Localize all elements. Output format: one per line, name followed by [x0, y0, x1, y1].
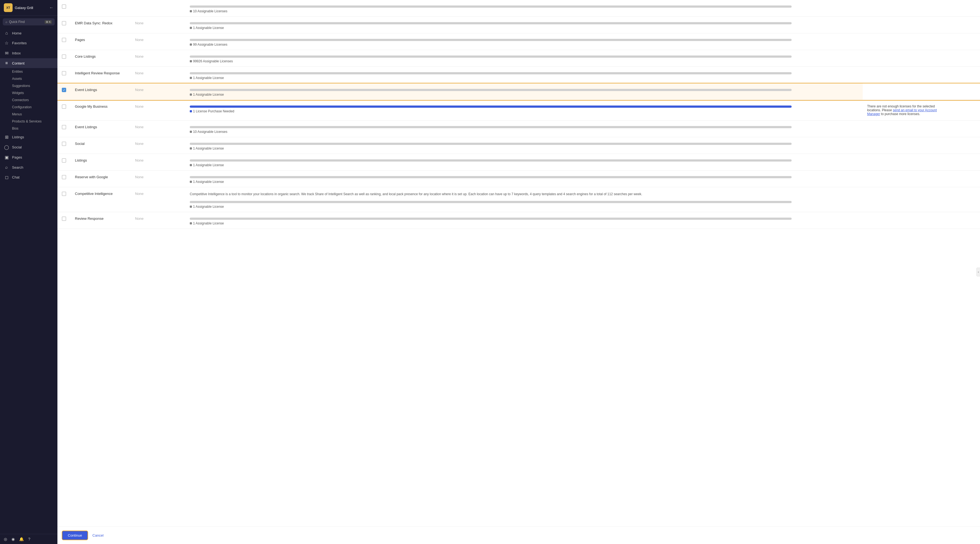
row-checkbox[interactable]: [62, 105, 66, 109]
license-label: 99 Assignable Licenses: [190, 43, 858, 46]
sidebar-sub-bios[interactable]: Bios: [0, 125, 57, 132]
row-checkbox[interactable]: [62, 192, 66, 196]
app-logo: XT: [4, 3, 13, 12]
main-content: 10 Assignable Licenses EMR Data Sync: Re…: [57, 0, 980, 544]
sidebar-sub-configuration[interactable]: Configuration: [0, 103, 57, 111]
continue-button[interactable]: Continue: [62, 531, 88, 540]
row-checkbox[interactable]: [62, 21, 66, 25]
product-name: Google My Business: [70, 100, 131, 121]
product-name: Competitive Intelligence: [70, 187, 131, 212]
table-row: Intelligent Review Response None 1 Assig…: [57, 67, 980, 83]
sidebar-sub-widgets[interactable]: Widgets: [0, 89, 57, 97]
row-checkbox[interactable]: [62, 142, 66, 146]
sidebar-item-label: Social: [12, 145, 22, 149]
product-name: Event Listings: [70, 121, 131, 137]
license-bar: [190, 5, 792, 8]
license-label: 1 Assignable License: [190, 93, 858, 97]
row-checkbox[interactable]: [62, 216, 66, 221]
search-nav-icon: ⌕: [4, 165, 9, 170]
sidebar-sub-entities[interactable]: Entities: [0, 68, 57, 75]
table-row: Event Listings None 10 Assignable Licens…: [57, 121, 980, 137]
license-bar: [190, 218, 792, 220]
favorites-icon: ☆: [4, 40, 9, 46]
product-license: 1 Assignable License: [185, 137, 863, 154]
product-plan: None: [131, 170, 185, 187]
product-name: Listings: [70, 154, 131, 170]
cancel-button[interactable]: Cancel: [92, 533, 103, 538]
row-checkbox[interactable]: [62, 175, 66, 179]
license-label: 1 Assignable License: [190, 76, 858, 80]
row-checkbox[interactable]: [62, 54, 66, 59]
license-dot: [190, 222, 192, 224]
back-button[interactable]: ←: [49, 5, 54, 10]
sidebar-item-social[interactable]: ◯ Social: [0, 142, 57, 152]
license-dot: [190, 205, 192, 208]
sidebar-item-label: Search: [12, 165, 23, 170]
product-license: 1 License Purchase Needed: [185, 100, 863, 121]
help-icon[interactable]: ?: [28, 537, 30, 541]
user-icon[interactable]: ◎: [4, 537, 7, 541]
row-checkbox[interactable]: [62, 125, 66, 129]
sidebar-item-favorites[interactable]: ☆ Favorites: [0, 38, 57, 48]
product-license: 1 Assignable License: [185, 17, 863, 33]
sidebar-item-home[interactable]: ⌂ Home: [0, 28, 57, 38]
row-checkbox[interactable]: [62, 38, 66, 42]
product-name: Social: [70, 137, 131, 154]
sidebar-item-listings[interactable]: ⊞ Listings: [0, 132, 57, 142]
license-bar: [190, 56, 792, 58]
sidebar-item-chat[interactable]: ◻ Chat: [0, 172, 57, 182]
license-dot: [190, 147, 192, 150]
license-label: 1 Assignable License: [190, 180, 858, 184]
license-label: 1 Assignable License: [190, 146, 858, 150]
row-checkbox[interactable]: ✓: [62, 88, 66, 92]
license-bar: [190, 201, 792, 203]
row-checkbox[interactable]: [62, 4, 66, 9]
app-name: Galaxy Grill: [15, 6, 47, 10]
product-description: Competitive Intelligence is a tool to mo…: [190, 191, 858, 197]
license-bar: [190, 22, 792, 24]
license-bar: [190, 72, 792, 74]
chat-icon: ◻: [4, 175, 9, 180]
product-plan: None: [131, 121, 185, 137]
product-name: EMR Data Sync: Redox: [70, 17, 131, 33]
product-license: 1 Assignable License: [185, 212, 863, 229]
license-dot: [190, 94, 192, 96]
sidebar-item-inbox[interactable]: ✉ Inbox: [0, 48, 57, 58]
sidebar-item-pages[interactable]: ▣ Pages: [0, 152, 57, 162]
sidebar-bottom: ◎ ◉ 🔔 ?: [0, 534, 57, 544]
license-label: 1 Assignable License: [190, 163, 858, 167]
license-bar-full: [190, 105, 792, 108]
sidebar-item-search[interactable]: ⌕ Search: [0, 162, 57, 172]
notifications-icon[interactable]: 🔔: [19, 537, 24, 541]
sidebar-item-label: Content: [12, 61, 25, 65]
product-plan: None: [131, 137, 185, 154]
social-icon: ◯: [4, 145, 9, 150]
sidebar-sub-products-services[interactable]: Products & Services: [0, 118, 57, 125]
sidebar-sub-suggestions[interactable]: Suggestions: [0, 82, 57, 89]
home-icon: ⌂: [4, 30, 9, 35]
table-row: Review Response None 1 Assignable Licens…: [57, 212, 980, 229]
settings-icon[interactable]: ◉: [11, 537, 15, 541]
product-plan: None: [131, 33, 185, 50]
product-license: 99 Assignable Licenses: [185, 33, 863, 50]
sidebar-sub-connectors[interactable]: Connectors: [0, 97, 57, 103]
license-bar: [190, 176, 792, 178]
row-checkbox[interactable]: [62, 158, 66, 163]
row-checkbox[interactable]: [62, 71, 66, 75]
sidebar-sub-menus[interactable]: Menus: [0, 111, 57, 118]
sidebar-item-label: Favorites: [12, 41, 27, 45]
sidebar-sub-assets[interactable]: Assets: [0, 75, 57, 82]
sidebar-item-content[interactable]: ≡ Content: [0, 58, 57, 68]
sidebar: XT Galaxy Grill ← ⌕ Quick Find ⌘ K ⌂ Hom…: [0, 0, 57, 544]
sidebar-item-label: Home: [12, 31, 22, 35]
license-bar: [190, 39, 792, 41]
sidebar-item-label: Inbox: [12, 51, 21, 55]
license-label: 1 Assignable License: [190, 205, 858, 208]
quick-find-kbd: ⌘ K: [45, 20, 52, 24]
collapse-panel-button[interactable]: ‹: [977, 268, 980, 276]
license-dot: [190, 27, 192, 29]
sidebar-item-label: Pages: [12, 155, 22, 159]
quick-find-bar[interactable]: ⌕ Quick Find ⌘ K: [3, 18, 55, 25]
product-plan: None: [131, 17, 185, 33]
product-name: Event Listings: [70, 83, 131, 100]
